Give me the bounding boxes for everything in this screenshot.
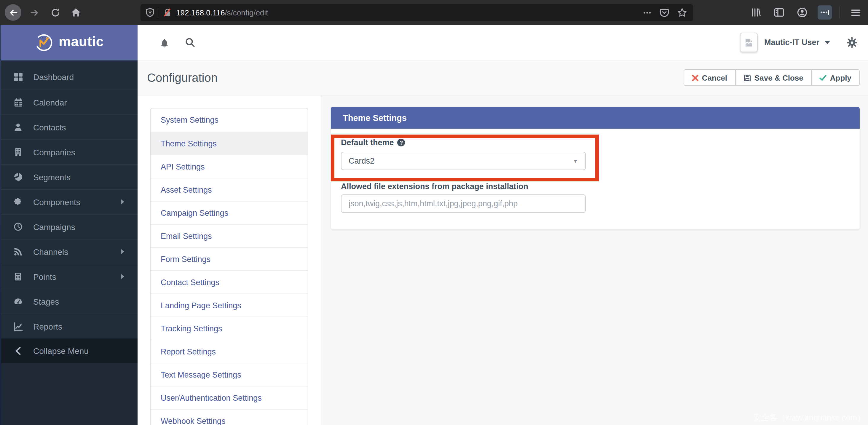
url-path: /s/config/edit bbox=[225, 8, 268, 17]
user-menu[interactable]: Mautic-IT User bbox=[740, 33, 841, 52]
insecure-lock-icon[interactable] bbox=[162, 8, 172, 17]
select-caret-icon: ▼ bbox=[573, 158, 578, 164]
default-theme-label: Default theme bbox=[341, 138, 394, 147]
sidebar-item-label: Campaigns bbox=[33, 222, 75, 231]
sidebar-nav: Dashboard Calendar Contacts Companies Se… bbox=[0, 61, 137, 338]
mautic-logo-icon bbox=[34, 32, 54, 53]
person-icon bbox=[13, 123, 23, 132]
url-host: 192.168.0.116 bbox=[176, 8, 225, 17]
sidebar-item-segments[interactable]: Segments bbox=[0, 164, 137, 189]
forward-button[interactable] bbox=[27, 5, 42, 20]
sidebar-item-companies[interactable]: Companies bbox=[0, 139, 137, 164]
urlbar-divider bbox=[158, 7, 158, 18]
sidebar-item-label: Segments bbox=[33, 172, 70, 182]
settings-nav-item-user-auth[interactable]: User/Authentication Settings bbox=[151, 386, 308, 409]
collapse-menu-button[interactable]: Collapse Menu bbox=[0, 338, 137, 363]
password-manager-extension-icon[interactable] bbox=[817, 5, 832, 20]
back-button[interactable] bbox=[5, 4, 21, 21]
sidebar-filler bbox=[0, 363, 137, 425]
grid-icon bbox=[13, 72, 23, 82]
calendar-icon bbox=[13, 98, 23, 107]
sidebar-item-reports[interactable]: Reports bbox=[0, 314, 137, 338]
page-header: Configuration Cancel Save & Close Apply bbox=[137, 61, 868, 95]
floppy-disk-icon bbox=[743, 74, 751, 81]
forward-icon bbox=[29, 7, 39, 18]
mautic-logo[interactable]: mautic bbox=[0, 25, 137, 60]
browser-toolbar: 192.168.0.116/s/config/edit bbox=[0, 0, 868, 25]
sidebar-item-label: Channels bbox=[33, 247, 68, 256]
sidebar-item-dashboard[interactable]: Dashboard bbox=[0, 65, 137, 90]
building-icon bbox=[13, 148, 23, 157]
settings-nav-item-campaign[interactable]: Campaign Settings bbox=[151, 201, 308, 224]
settings-nav-item-report[interactable]: Report Settings bbox=[151, 340, 308, 363]
menu-hamburger-icon[interactable] bbox=[848, 5, 863, 20]
url-bar[interactable]: 192.168.0.116/s/config/edit bbox=[141, 4, 693, 21]
settings-nav-item-tracking[interactable]: Tracking Settings bbox=[151, 317, 308, 340]
settings-nav-item-asset[interactable]: Asset Settings bbox=[151, 178, 308, 201]
sidebar-item-channels[interactable]: Channels bbox=[0, 239, 137, 264]
sidebar-item-stages[interactable]: Stages bbox=[0, 289, 137, 314]
app-header: mautic Mautic-IT User bbox=[0, 25, 868, 61]
pocket-icon[interactable] bbox=[659, 7, 670, 18]
submenu-arrow-icon bbox=[121, 249, 125, 254]
account-icon[interactable] bbox=[795, 5, 810, 20]
search-icon[interactable] bbox=[185, 37, 195, 47]
pie-chart-icon bbox=[13, 172, 23, 182]
sidebar-item-label: Contacts bbox=[33, 122, 66, 132]
save-close-label: Save & Close bbox=[754, 73, 803, 82]
notifications-bell-icon[interactable] bbox=[159, 37, 169, 48]
home-button[interactable] bbox=[68, 5, 84, 20]
avatar[interactable] bbox=[740, 33, 758, 52]
apply-label: Apply bbox=[830, 73, 851, 82]
settings-nav-item-api[interactable]: API Settings bbox=[151, 155, 308, 178]
settings-nav-item-text-message[interactable]: Text Message Settings bbox=[151, 363, 308, 386]
sidebar-item-label: Points bbox=[33, 272, 56, 281]
home-icon bbox=[70, 7, 81, 18]
sidebar-item-contacts[interactable]: Contacts bbox=[0, 115, 137, 139]
user-caret-icon bbox=[825, 41, 830, 44]
screen: 192.168.0.116/s/config/edit mautic bbox=[0, 0, 868, 425]
tracking-shield-icon[interactable] bbox=[145, 8, 155, 17]
help-question-icon[interactable]: ? bbox=[398, 139, 405, 146]
settings-gear-icon[interactable] bbox=[847, 37, 857, 48]
settings-nav-item-webhook[interactable]: Webhook Settings bbox=[151, 409, 308, 425]
clock-icon bbox=[13, 222, 23, 231]
cancel-label: Cancel bbox=[702, 73, 727, 82]
gauge-icon bbox=[13, 297, 23, 306]
user-name[interactable]: Mautic-IT User bbox=[764, 38, 819, 47]
sidebar-item-label: Reports bbox=[33, 322, 62, 331]
sidebar-item-label: Dashboard bbox=[33, 72, 74, 82]
sidebars-icon[interactable] bbox=[771, 5, 787, 20]
panel-title: Theme Settings bbox=[331, 107, 860, 129]
panel-body: Default theme ? Cards2 ▼ Allowed file ex… bbox=[331, 129, 860, 229]
sidebar-item-calendar[interactable]: Calendar bbox=[0, 90, 137, 115]
settings-nav-item-system[interactable]: System Settings bbox=[151, 108, 308, 132]
submenu-arrow-icon bbox=[121, 274, 125, 279]
toolbar-separator bbox=[840, 6, 840, 19]
sidebar-item-points[interactable]: Points bbox=[0, 264, 137, 289]
broadcast-icon bbox=[13, 247, 23, 256]
cancel-button[interactable]: Cancel bbox=[684, 69, 736, 86]
allowed-ext-input[interactable] bbox=[341, 194, 586, 213]
settings-nav-item-theme[interactable]: Theme Settings bbox=[151, 132, 308, 155]
submenu-arrow-icon bbox=[121, 199, 125, 204]
settings-nav-item-email[interactable]: Email Settings bbox=[151, 224, 308, 247]
settings-nav-item-contact[interactable]: Contact Settings bbox=[151, 270, 308, 293]
settings-nav-item-form[interactable]: Form Settings bbox=[151, 247, 308, 270]
apply-button[interactable]: Apply bbox=[811, 69, 860, 86]
library-icon[interactable] bbox=[748, 5, 764, 20]
sidebar-item-campaigns[interactable]: Campaigns bbox=[0, 214, 137, 239]
sidebar-item-components[interactable]: Components bbox=[0, 189, 137, 214]
brand-text: mautic bbox=[59, 34, 104, 50]
desktop-edge-sliver bbox=[0, 25, 1, 425]
save-close-button[interactable]: Save & Close bbox=[735, 69, 812, 86]
browser-right-buttons bbox=[748, 5, 863, 20]
bookmark-star-icon[interactable] bbox=[677, 7, 687, 18]
page-actions-icon[interactable] bbox=[643, 8, 652, 17]
reload-button[interactable] bbox=[48, 5, 63, 20]
settings-nav-item-landing-page[interactable]: Landing Page Settings bbox=[151, 293, 308, 317]
default-theme-select[interactable]: Cards2 ▼ bbox=[341, 152, 586, 170]
url-text[interactable]: 192.168.0.116/s/config/edit bbox=[176, 8, 643, 17]
puzzle-icon bbox=[13, 197, 23, 206]
default-theme-label-row: Default theme ? bbox=[341, 138, 849, 147]
